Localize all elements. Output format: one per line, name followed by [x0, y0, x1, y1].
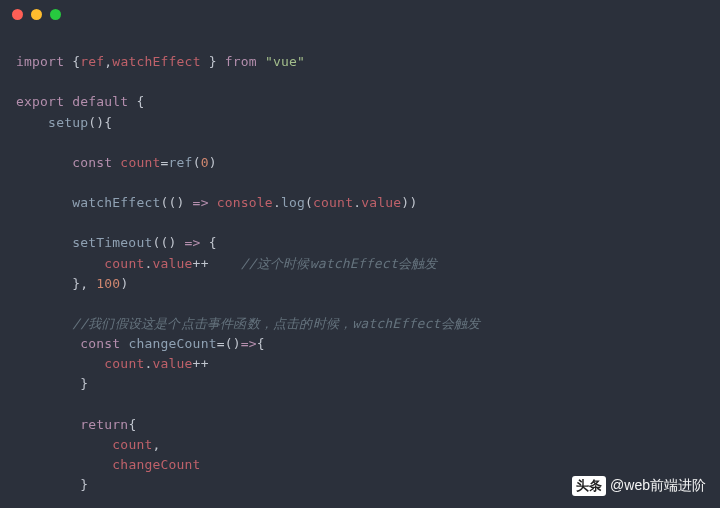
keyword-default: default [72, 94, 128, 109]
paren: ) [209, 155, 217, 170]
watermark-label: 头条 [572, 476, 606, 496]
watermark-handle: @web前端进阶 [610, 477, 706, 495]
brace: { [128, 417, 136, 432]
paren: ( [152, 235, 160, 250]
string-quote: " [265, 54, 273, 69]
brace: { [136, 94, 144, 109]
maximize-icon[interactable] [50, 9, 61, 20]
keyword-const: const [72, 155, 112, 170]
arrow: => [177, 235, 209, 250]
fn-settimeout: setTimeout [72, 235, 152, 250]
comma: , [152, 437, 160, 452]
paren: ( [225, 336, 233, 351]
comment: //这个时候watchEffect会触发 [241, 256, 438, 271]
ident-changecount: changeCount [128, 336, 216, 351]
dot: . [273, 195, 281, 210]
window-titlebar [0, 0, 720, 28]
fn-log: log [281, 195, 305, 210]
equals: = [217, 336, 225, 351]
keyword-import: import [16, 54, 64, 69]
ident-console: console [217, 195, 273, 210]
number-zero: 0 [201, 155, 209, 170]
paren: ( [193, 155, 201, 170]
paren: ) [120, 276, 128, 291]
increment: ++ [193, 256, 209, 271]
brace: { [104, 115, 112, 130]
brace: } [72, 276, 80, 291]
ident-value: value [361, 195, 401, 210]
minimize-icon[interactable] [31, 9, 42, 20]
paren: ( [161, 235, 169, 250]
ident-changecount: changeCount [112, 457, 200, 472]
dot: . [353, 195, 361, 210]
fn-ref: ref [169, 155, 193, 170]
comma: , [80, 276, 88, 291]
keyword-export: export [16, 94, 64, 109]
space [201, 54, 209, 69]
watermark: 头条 @web前端进阶 [572, 476, 706, 496]
brace: { [257, 336, 265, 351]
paren: ) [169, 235, 177, 250]
ident-count: count [104, 256, 144, 271]
brace: } [80, 376, 88, 391]
keyword-from: from [225, 54, 257, 69]
ident-value: value [152, 356, 192, 371]
increment: ++ [193, 356, 209, 371]
brace: } [80, 477, 88, 492]
ident-count: count [112, 437, 152, 452]
code-block: import {ref,watchEffect } from "vue" exp… [0, 28, 720, 508]
brace: { [209, 235, 217, 250]
number-100: 100 [96, 276, 120, 291]
ident-ref: ref [80, 54, 104, 69]
string-quote: " [297, 54, 305, 69]
paren: ) [233, 336, 241, 351]
string-vue: vue [273, 54, 297, 69]
ident-count: count [313, 195, 353, 210]
ident-count: count [120, 155, 160, 170]
brace: } [209, 54, 217, 69]
paren: ( [160, 195, 168, 210]
ident-value: value [152, 256, 192, 271]
keyword-const: const [80, 336, 120, 351]
paren: ) [409, 195, 417, 210]
parens: () [88, 115, 104, 130]
close-icon[interactable] [12, 9, 23, 20]
fn-watcheffect: watchEffect [72, 195, 160, 210]
arrow: => [185, 195, 217, 210]
ident-count: count [104, 356, 144, 371]
paren: ( [305, 195, 313, 210]
paren: ) [177, 195, 185, 210]
method-setup: setup [48, 115, 88, 130]
paren: ( [169, 195, 177, 210]
comment: //我们假设这是个点击事件函数，点击的时候，watchEffect会触发 [72, 316, 480, 331]
ident-watcheffect: watchEffect [112, 54, 200, 69]
keyword-return: return [80, 417, 128, 432]
arrow: => [241, 336, 257, 351]
equals: = [161, 155, 169, 170]
